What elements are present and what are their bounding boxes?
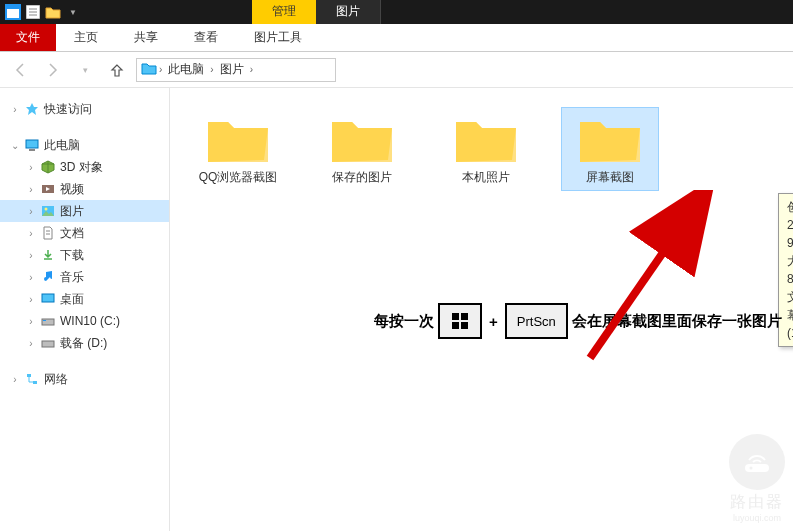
- folder-item[interactable]: 保存的图片: [314, 108, 410, 190]
- star-icon: [24, 101, 40, 117]
- svg-point-13: [45, 208, 48, 211]
- chevron-right-icon[interactable]: ›: [26, 184, 36, 195]
- tree-label: 快速访问: [44, 101, 92, 118]
- tree-label: 图片: [60, 203, 84, 220]
- ribbon-share-tab[interactable]: 共享: [116, 24, 176, 51]
- folder-item[interactable]: 本机照片: [438, 108, 534, 190]
- drive-icon: [40, 313, 56, 329]
- folder-label: QQ浏览器截图: [199, 170, 278, 186]
- folder-label: 本机照片: [462, 170, 510, 186]
- svg-rect-25: [461, 322, 468, 329]
- svg-rect-28: [745, 464, 769, 472]
- ribbon-picture-tools-tab[interactable]: 图片工具: [236, 24, 320, 51]
- breadcrumb-pictures[interactable]: 图片: [216, 61, 248, 78]
- tooltip-size: 大小: 84.7 KB: [787, 252, 793, 288]
- folder-label: 保存的图片: [332, 170, 392, 186]
- ribbon-file-tab[interactable]: 文件: [0, 24, 56, 51]
- svg-rect-21: [33, 381, 37, 384]
- picture-icon: [40, 203, 56, 219]
- folder-item[interactable]: QQ浏览器截图: [190, 108, 286, 190]
- tree-label: 3D 对象: [60, 159, 103, 176]
- ribbon-tabs: 文件 主页 共享 查看 图片工具: [0, 24, 793, 52]
- tree-videos[interactable]: › 视频: [0, 178, 169, 200]
- instruction-prefix: 每按一次: [374, 312, 434, 331]
- folder-grid: QQ浏览器截图 保存的图片 本机照片 屏幕截图: [190, 108, 793, 190]
- folder-item-selected[interactable]: 屏幕截图: [562, 108, 658, 190]
- titlebar: ▼ 管理 图片: [0, 0, 793, 24]
- chevron-right-icon[interactable]: ›: [26, 294, 36, 305]
- tree-label: 视频: [60, 181, 84, 198]
- svg-rect-2: [7, 6, 19, 9]
- tree-label: 下载: [60, 247, 84, 264]
- svg-rect-18: [43, 320, 46, 321]
- tree-label: 网络: [44, 371, 68, 388]
- context-tab-pictures[interactable]: 图片: [316, 0, 381, 24]
- document-icon: [40, 225, 56, 241]
- chevron-right-icon[interactable]: ›: [10, 104, 20, 115]
- quick-access-toolbar: ▼: [4, 3, 82, 21]
- tree-label: WIN10 (C:): [60, 314, 120, 328]
- chevron-right-icon[interactable]: ›: [26, 228, 36, 239]
- svg-rect-20: [27, 374, 31, 377]
- breadcrumb-this-pc[interactable]: 此电脑: [164, 61, 208, 78]
- folder-icon[interactable]: [44, 3, 62, 21]
- tree-desktop[interactable]: › 桌面: [0, 288, 169, 310]
- chevron-right-icon[interactable]: ›: [26, 162, 36, 173]
- chevron-right-icon[interactable]: ›: [157, 64, 164, 75]
- nav-recent-dropdown[interactable]: ▾: [72, 57, 98, 83]
- tree-drive-c[interactable]: › WIN10 (C:): [0, 310, 169, 332]
- chevron-right-icon[interactable]: ›: [26, 272, 36, 283]
- svg-rect-9: [29, 149, 35, 151]
- tree-music[interactable]: › 音乐: [0, 266, 169, 288]
- keycap-prtscn: PrtScn: [505, 303, 568, 339]
- keycap-win: [438, 303, 482, 339]
- ribbon-view-tab[interactable]: 查看: [176, 24, 236, 51]
- svg-rect-8: [26, 140, 38, 148]
- tree-downloads[interactable]: › 下载: [0, 244, 169, 266]
- tree-3d-objects[interactable]: › 3D 对象: [0, 156, 169, 178]
- tree-label: 音乐: [60, 269, 84, 286]
- instruction-suffix: 会在屏幕截图里面保存一张图片: [572, 312, 782, 331]
- chevron-right-icon[interactable]: ›: [26, 338, 36, 349]
- qat-dropdown-icon[interactable]: ▼: [64, 3, 82, 21]
- tree-label: 文档: [60, 225, 84, 242]
- tree-network[interactable]: › 网络: [0, 368, 169, 390]
- chevron-right-icon[interactable]: ›: [26, 206, 36, 217]
- content-pane[interactable]: QQ浏览器截图 保存的图片 本机照片 屏幕截图: [170, 88, 793, 531]
- chevron-right-icon[interactable]: ›: [26, 316, 36, 327]
- tree-drive-d[interactable]: › 载备 (D:): [0, 332, 169, 354]
- plus-sign: +: [489, 313, 498, 330]
- properties-icon[interactable]: [24, 3, 42, 21]
- svg-marker-7: [26, 103, 38, 115]
- chevron-right-icon[interactable]: ›: [248, 64, 255, 75]
- svg-rect-19: [42, 341, 54, 347]
- tree-label: 此电脑: [44, 137, 80, 154]
- music-icon: [40, 269, 56, 285]
- cube-icon: [40, 159, 56, 175]
- chevron-right-icon[interactable]: ›: [10, 374, 20, 385]
- nav-up-button[interactable]: [104, 57, 130, 83]
- nav-forward-button[interactable]: [40, 57, 66, 83]
- tree-pictures[interactable]: › 图片: [0, 200, 169, 222]
- pc-icon: [24, 137, 40, 153]
- folder-label: 屏幕截图: [586, 170, 634, 186]
- svg-rect-24: [452, 322, 459, 329]
- tree-quick-access[interactable]: › 快速访问: [0, 98, 169, 120]
- tooltip-created: 创建日期: 2019/9/12 9:10: [787, 198, 793, 252]
- chevron-right-icon[interactable]: ›: [208, 64, 215, 75]
- watermark-text: 路由器: [730, 492, 784, 513]
- main-area: › 快速访问 ⌄ 此电脑 › 3D 对象 › 视频 › 图片 › 文档: [0, 88, 793, 531]
- nav-back-button[interactable]: [8, 57, 34, 83]
- svg-rect-23: [461, 313, 468, 320]
- chevron-down-icon[interactable]: ⌄: [10, 140, 20, 151]
- context-tab-manage[interactable]: 管理: [252, 0, 316, 24]
- windows-icon: [451, 312, 469, 330]
- ribbon-home-tab[interactable]: 主页: [56, 24, 116, 51]
- tree-documents[interactable]: › 文档: [0, 222, 169, 244]
- download-icon: [40, 247, 56, 263]
- svg-point-29: [750, 467, 753, 470]
- address-box[interactable]: › 此电脑 › 图片 ›: [136, 58, 336, 82]
- chevron-right-icon[interactable]: ›: [26, 250, 36, 261]
- video-icon: [40, 181, 56, 197]
- tree-this-pc[interactable]: ⌄ 此电脑: [0, 134, 169, 156]
